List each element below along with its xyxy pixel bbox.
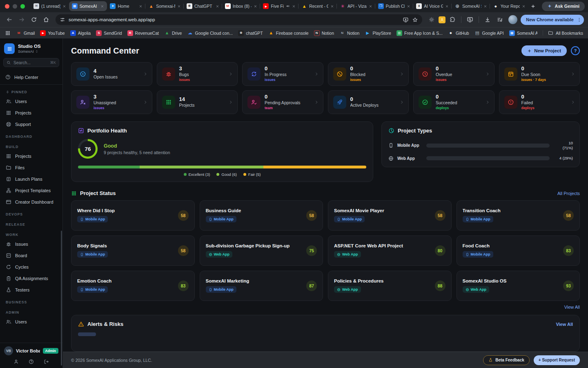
tab-close-icon[interactable]	[407, 4, 410, 8]
site-info-icon[interactable]	[60, 17, 65, 22]
maximize-window-button[interactable]	[20, 4, 25, 9]
bookmark-item[interactable]: M Gmail	[16, 30, 35, 36]
browser-tab[interactable]: ✳ API - Vizard	[337, 1, 375, 11]
ask-gemini-button[interactable]: Ask Gemini	[542, 2, 585, 11]
all-bookmarks-button[interactable]: All Bookmarks	[543, 30, 583, 36]
browser-tab[interactable]: ➤ Home	[107, 1, 145, 11]
browser-tab[interactable]: ⊕ SomexAI St	[452, 1, 490, 11]
project-card[interactable]: SomexAI Movie Player Mobile App 58	[328, 200, 452, 231]
back-button[interactable]	[4, 14, 15, 25]
sidebar-item[interactable]: Files	[2, 162, 60, 173]
install-app-icon[interactable]	[403, 17, 409, 23]
sidebar-item[interactable]: Projects	[2, 150, 60, 162]
beta-feedback-button[interactable]: Beta Feedback	[483, 355, 530, 365]
new-project-button[interactable]: New Project	[521, 45, 567, 56]
browser-tab[interactable]: M Inbox (8) -	[222, 1, 261, 11]
project-card[interactable]: Food Coach Mobile App 83	[457, 236, 580, 266]
stat-card[interactable]: 0 Pending Approvals team	[242, 90, 323, 114]
browser-tab[interactable]: ▦ SomexAI St	[69, 1, 107, 11]
tab-close-icon[interactable]	[139, 4, 143, 8]
sidebar-scrollbar[interactable]	[61, 231, 62, 366]
close-window-button[interactable]	[5, 4, 9, 9]
stat-card[interactable]: 0 In Progress issues	[242, 62, 323, 86]
bookmark-item[interactable]: R RevenueCat	[127, 30, 159, 36]
bookmark-item[interactable]: N Notion	[339, 30, 359, 36]
tab-close-icon[interactable]	[216, 4, 219, 8]
browser-tab[interactable]: ‖ AI Voice Ge	[413, 1, 452, 11]
all-projects-link[interactable]: All Projects	[557, 191, 580, 196]
project-card[interactable]: SomexAI Marketing Mobile App 87	[200, 271, 323, 301]
sidebar-item[interactable]: Issues	[2, 238, 60, 250]
screen-search-button[interactable]	[465, 14, 475, 25]
user-row[interactable]: VB Victor Boba Admin	[4, 346, 58, 355]
home-button[interactable]	[41, 14, 51, 25]
reload-button[interactable]	[29, 14, 39, 25]
profile-icon[interactable]	[13, 359, 19, 364]
browser-tab[interactable]: ● Your Repos	[490, 1, 528, 11]
page-url[interactable]: somexai-apps-management.web.app/app	[69, 17, 399, 22]
downloads-button[interactable]	[482, 14, 493, 25]
apps-grid-icon[interactable]	[5, 30, 11, 36]
bookmark-item[interactable]: ▶ YouTube	[40, 30, 65, 36]
bookmark-item[interactable]: ▲ Firebase console	[268, 30, 309, 36]
stat-card[interactable]: 0 Blocked issues	[328, 62, 409, 86]
bookmark-item[interactable]: ▶ PlayStore	[365, 30, 391, 36]
sidebar-item[interactable]: Cycles	[2, 261, 60, 273]
bookmark-item[interactable]: N Notion	[314, 30, 334, 36]
bookmark-item[interactable]: ▥ Free App Icon & S...	[396, 30, 443, 36]
sidebar-item[interactable]: Testers	[2, 284, 60, 296]
sidebar-item[interactable]: Projects	[2, 107, 60, 119]
logout-icon[interactable]	[44, 359, 49, 364]
sidebar-item[interactable]: Users	[2, 96, 60, 107]
sidebar-item[interactable]: Users	[2, 316, 60, 328]
sidebar-item[interactable]: QA Assignments	[2, 273, 60, 284]
stat-card[interactable]: 0 Overdue issues	[413, 62, 494, 86]
workspace-switcher[interactable]: Studio OS SomexAI	[0, 38, 62, 58]
tab-close-icon[interactable]	[483, 4, 487, 8]
window-controls[interactable]	[5, 4, 25, 9]
media-controls-button[interactable]	[494, 14, 505, 25]
settings-gear-button[interactable]	[426, 14, 437, 25]
bookmark-item[interactable]: ❋ chatGPT	[238, 30, 263, 36]
stat-card[interactable]: 3 Bugs issues	[157, 62, 238, 86]
stat-card[interactable]: 4 Open Issues	[71, 62, 152, 86]
profile-extension-button[interactable]	[439, 16, 445, 23]
project-card[interactable]: Sub-division Garbage Pickup Sign-up Web …	[200, 236, 323, 266]
project-card[interactable]: Policies & Procedures Web App 88	[328, 271, 452, 301]
sidebar-item[interactable]: Project Templates	[2, 185, 60, 196]
browser-tab[interactable]: ❋ ChatGPT -	[184, 1, 222, 11]
project-card[interactable]: ASP.NET Core Web API Project Web App 80	[328, 236, 452, 266]
view-all-alerts-link[interactable]: View All	[556, 322, 573, 327]
tab-close-icon[interactable]	[522, 4, 526, 8]
extensions-button[interactable]	[447, 14, 458, 25]
minimize-window-button[interactable]	[13, 4, 17, 9]
tab-close-icon[interactable]	[62, 4, 66, 8]
browser-tab[interactable]: ▲ Somexai-M	[145, 1, 184, 11]
search-input[interactable]	[13, 60, 48, 65]
bookmark-item[interactable]: S SendGrid	[96, 30, 122, 36]
bookmark-item[interactable]: ☁ Google Cloud con...	[187, 30, 233, 36]
tab-close-icon[interactable]	[177, 4, 181, 8]
bookmark-star-icon[interactable]	[412, 17, 418, 23]
project-card[interactable]: Transition Coach Mobile App 58	[457, 200, 580, 231]
sidebar-item-help-center[interactable]: Help Center	[0, 71, 62, 85]
tab-close-icon[interactable]	[292, 4, 296, 8]
bookmark-item[interactable]: ● GitHub	[448, 30, 469, 36]
page-help-button[interactable]: ?	[571, 46, 580, 55]
forward-button[interactable]	[16, 14, 27, 25]
project-card[interactable]: Where Did I Stop Mobile App 58	[71, 200, 195, 231]
stat-card[interactable]: 3 Unassigned issues	[71, 90, 152, 114]
browser-tab[interactable]: ▶ Five Fin	[260, 1, 298, 11]
stat-card[interactable]: 14 Projects	[157, 90, 238, 114]
address-bar[interactable]: somexai-apps-management.web.app/app	[56, 14, 422, 25]
browser-tab[interactable]: ▲ Recent - G	[298, 1, 337, 11]
tab-close-icon[interactable]	[445, 4, 449, 8]
tab-close-icon[interactable]	[254, 4, 257, 8]
project-card[interactable]: Business Guide Mobile App 58	[200, 200, 323, 231]
stat-card[interactable]: 0 Succeeded deploys	[413, 90, 494, 114]
new-tab-button[interactable]	[528, 1, 538, 11]
stat-card[interactable]: 0 Failed deploys	[499, 90, 580, 114]
tab-close-icon[interactable]	[330, 4, 334, 8]
sidebar-search[interactable]: ⌘K	[3, 58, 59, 67]
bookmark-item[interactable]: A Algolia	[70, 30, 91, 36]
